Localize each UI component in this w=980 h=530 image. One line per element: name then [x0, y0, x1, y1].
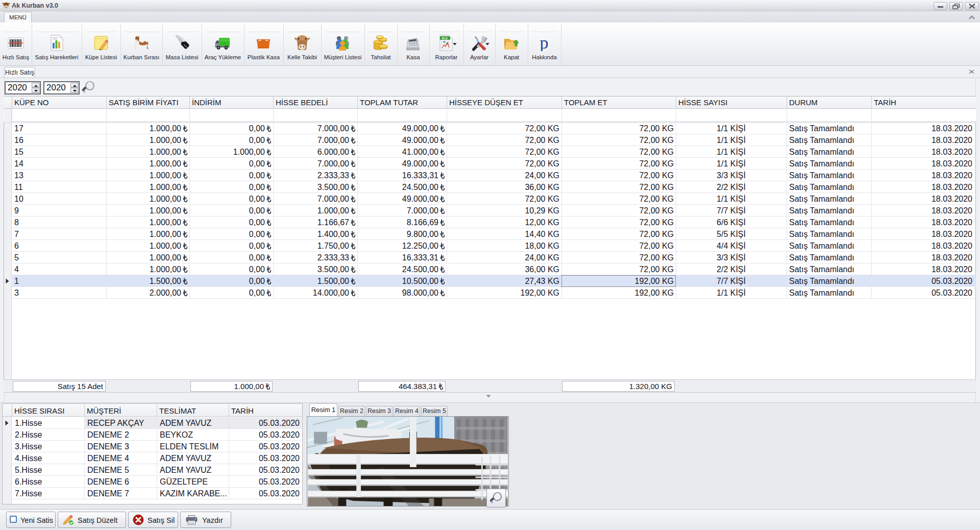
svg-text:p: p [540, 35, 549, 51]
svg-text:XLS: XLS [442, 37, 448, 40]
